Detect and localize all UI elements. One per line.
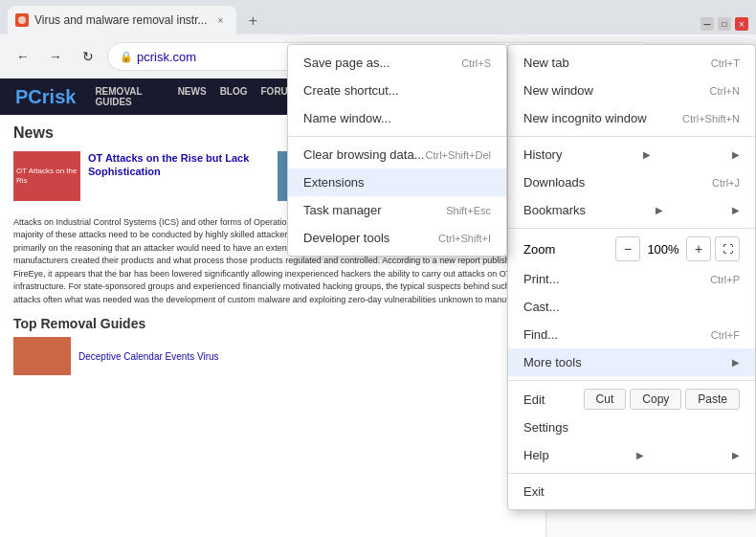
removal-item[interactable]: Deceptive Calendar Events Virus (78, 351, 219, 362)
cm-bookmarks-label: Bookmarks (523, 203, 586, 217)
mt-task-manager-label: Task manager (303, 203, 382, 217)
cm-find[interactable]: Find... Ctrl+F (508, 321, 755, 348)
back-button[interactable]: ← (10, 43, 36, 70)
mt-create-shortcut[interactable]: Create shortcut... (288, 77, 506, 104)
news-content-1: OT Attacks on the Rise but Lack Sophisti… (88, 151, 268, 207)
svg-point-0 (18, 16, 26, 24)
cm-history-label: History (523, 147, 562, 162)
cm-help[interactable]: Help ▶ (508, 441, 755, 469)
more-tools-menu: Save page as... Ctrl+S Create shortcut..… (287, 44, 507, 257)
cm-print-shortcut: Ctrl+P (710, 274, 740, 285)
mt-clear-browsing-shortcut: Ctrl+Shift+Del (426, 149, 491, 161)
minimize-button[interactable]: ─ (700, 17, 714, 31)
mt-create-shortcut-label: Create shortcut... (303, 83, 399, 98)
cm-find-shortcut: Ctrl+F (711, 329, 740, 341)
zoom-value: 100% (644, 242, 682, 257)
mt-save-page[interactable]: Save page as... Ctrl+S (288, 49, 506, 77)
cm-settings[interactable]: Settings (508, 414, 755, 441)
cm-history[interactable]: History ▶ (508, 141, 755, 168)
cm-divider-2 (508, 228, 755, 229)
logo-pc: PC (15, 86, 42, 107)
tab-bar: Virus and malware removal instr... × + ─… (0, 0, 756, 34)
cm-help-arrow: ▶ (636, 450, 644, 460)
chrome-menu: New tab Ctrl+T New window Ctrl+N New inc… (507, 44, 756, 510)
cm-new-incognito-shortcut: Ctrl+Shift+N (682, 113, 740, 124)
lock-icon: 🔒 (120, 51, 133, 63)
top-removal-heading: Top Removal Guides (13, 316, 532, 331)
cm-bookmarks[interactable]: Bookmarks ▶ (508, 196, 755, 224)
fullscreen-button[interactable]: ⛶ (715, 236, 740, 261)
mt-developer-tools[interactable]: Developer tools Ctrl+Shift+I (288, 224, 506, 252)
cm-divider-4 (508, 473, 755, 474)
cm-zoom-row: Zoom − 100% + ⛶ (508, 233, 755, 265)
new-tab-button[interactable]: + (240, 8, 267, 34)
cm-downloads[interactable]: Downloads Ctrl+J (508, 168, 755, 196)
cm-edit-label: Edit (523, 392, 580, 407)
cm-new-window[interactable]: New window Ctrl+N (508, 77, 755, 104)
cm-help-label: Help (523, 448, 549, 462)
news-title-1[interactable]: OT Attacks on the Rise but Lack Sophisti… (88, 151, 268, 179)
cm-zoom-label: Zoom (523, 242, 608, 257)
cm-edit-row: Edit Cut Copy Paste (508, 385, 755, 414)
cm-divider-1 (508, 136, 755, 137)
cm-exit-label: Exit (523, 484, 545, 499)
forward-button[interactable]: → (42, 43, 69, 70)
cm-settings-label: Settings (523, 420, 568, 435)
cm-print-label: Print... (523, 272, 560, 286)
nav-blog[interactable]: BLOG (220, 86, 248, 107)
mt-save-page-label: Save page as... (303, 56, 389, 70)
cm-downloads-shortcut: Ctrl+J (712, 177, 740, 189)
cm-new-tab-label: New tab (523, 56, 569, 70)
active-tab[interactable]: Virus and malware removal instr... × (8, 6, 236, 34)
news-item-1: OT Attacks on the Ris OT Attacks on the … (13, 151, 268, 207)
cm-new-window-shortcut: Ctrl+N (710, 85, 740, 97)
zoom-in-button[interactable]: + (686, 236, 711, 261)
cm-more-tools-arrow: ▶ (732, 357, 740, 368)
cm-new-window-label: New window (523, 83, 593, 98)
cm-zoom-controls: − 100% + ⛶ (615, 236, 740, 261)
maximize-button[interactable]: □ (718, 17, 731, 31)
logo-risk: risk (42, 86, 77, 107)
url-text: pcrisk.com (137, 50, 196, 64)
mt-extensions-label: Extensions (303, 175, 365, 190)
mt-extensions[interactable]: Extensions (288, 168, 506, 196)
nav-news[interactable]: NEWS (178, 86, 207, 107)
cm-divider-3 (508, 380, 755, 381)
mt-name-window-label: Name window... (303, 111, 391, 125)
cm-cut-button[interactable]: Cut (584, 389, 627, 410)
cm-new-tab-shortcut: Ctrl+T (711, 57, 740, 69)
close-window-button[interactable]: × (735, 17, 748, 31)
cm-more-tools[interactable]: More tools ▶ (508, 348, 755, 376)
cm-exit[interactable]: Exit (508, 478, 755, 505)
cm-cast[interactable]: Cast... (508, 293, 755, 321)
cm-find-label: Find... (523, 327, 558, 342)
cm-print[interactable]: Print... Ctrl+P (508, 265, 755, 293)
top-removal-section: Top Removal Guides Deceptive Calendar Ev… (13, 316, 532, 375)
refresh-button[interactable]: ↻ (75, 43, 101, 70)
cm-new-incognito[interactable]: New incognito window Ctrl+Shift+N (508, 104, 755, 132)
nav-removal-guides[interactable]: REMOVAL GUIDES (95, 86, 164, 107)
mt-clear-browsing[interactable]: Clear browsing data... Ctrl+Shift+Del (288, 141, 506, 168)
mt-save-page-shortcut: Ctrl+S (461, 57, 491, 69)
tab-title: Virus and malware removal instr... (34, 13, 208, 27)
mt-task-manager[interactable]: Task manager Shift+Esc (288, 196, 506, 224)
cm-downloads-label: Downloads (523, 175, 585, 190)
cm-bookmarks-arrow: ▶ (656, 205, 663, 215)
cm-new-tab[interactable]: New tab Ctrl+T (508, 49, 755, 77)
site-logo: PCrisk (15, 86, 76, 108)
cm-new-incognito-label: New incognito window (523, 111, 647, 125)
cm-history-arrow: ▶ (643, 149, 651, 160)
tab-favicon (15, 13, 29, 27)
zoom-out-button[interactable]: − (615, 236, 640, 261)
cm-copy-button[interactable]: Copy (630, 389, 681, 410)
mt-name-window[interactable]: Name window... (288, 104, 506, 132)
cm-paste-button[interactable]: Paste (685, 389, 740, 410)
tab-close-button[interactable]: × (213, 12, 229, 28)
mt-developer-tools-shortcut: Ctrl+Shift+I (438, 233, 491, 244)
mt-divider-1 (288, 136, 506, 137)
removal-thumb (13, 337, 71, 375)
cm-more-tools-label: More tools (523, 355, 582, 369)
news-thumb-1: OT Attacks on the Ris (13, 151, 80, 201)
mt-developer-tools-label: Developer tools (303, 231, 389, 245)
mt-task-manager-shortcut: Shift+Esc (446, 205, 491, 216)
